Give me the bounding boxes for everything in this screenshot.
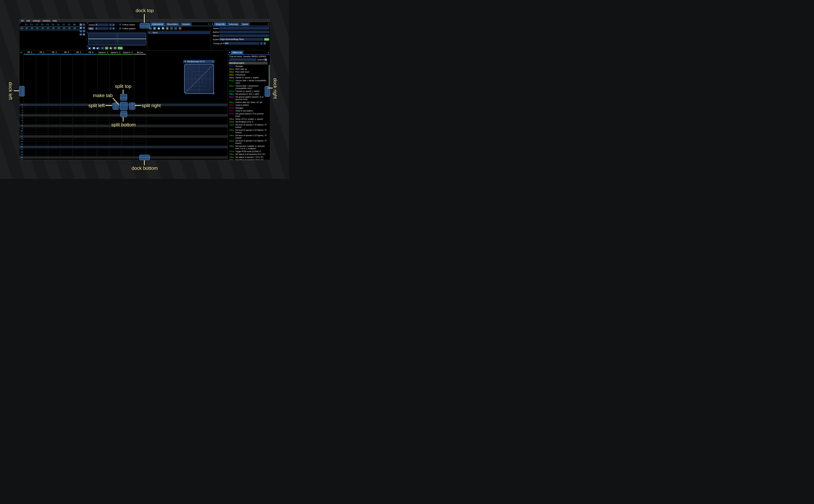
pattern-cell[interactable]: ··········: [122, 135, 134, 138]
octave-plus-button[interactable]: +: [112, 23, 115, 26]
order-change-all-icon[interactable]: [79, 33, 82, 36]
pattern-cell[interactable]: ··········: [109, 156, 122, 159]
order-cell[interactable]: 00: [72, 27, 77, 29]
pattern-cell[interactable]: ··········: [24, 148, 36, 151]
tuning-input[interactable]: 440: [224, 42, 259, 45]
orders-channel-header[interactable]: F1: [24, 23, 29, 26]
pattern-cell[interactable]: ··········: [36, 146, 48, 148]
order-move-down-icon[interactable]: ∨: [79, 30, 82, 32]
pattern-cell[interactable]: ··········: [73, 119, 85, 122]
effect-row-07xy[interactable]: 07xyTremolo (x: speed; y: depth): [229, 90, 268, 93]
menu-item-window[interactable]: window: [43, 20, 50, 22]
effect-row-03xx[interactable]: 03xxPortamento: [229, 74, 268, 76]
effect-row-16xy[interactable]: 16xySet operator multiplier (x: operator…: [229, 145, 268, 150]
orders-channel-header[interactable]: F3: [34, 23, 40, 26]
pattern-cell[interactable]: ··········: [85, 119, 97, 122]
pattern-cell[interactable]: ··········: [73, 146, 85, 148]
pattern-cell[interactable]: ··········: [36, 148, 48, 151]
channel-header-fm-5[interactable]: FM 5: [73, 51, 85, 54]
instrument-move-up-icon[interactable]: ↑: [170, 27, 173, 30]
split-top-target[interactable]: [120, 94, 127, 101]
pattern-cell[interactable]: ··········: [134, 132, 146, 135]
step-input[interactable]: 1: [95, 27, 109, 30]
pattern-cell[interactable]: ··········: [134, 151, 146, 153]
effect-row-11xx[interactable]: 11xxSet feedback (0 to 7): [229, 120, 268, 123]
pattern-cell[interactable]: ··········: [48, 114, 60, 117]
pattern-cell[interactable]: ··········: [97, 117, 109, 119]
pattern-cell[interactable]: ··········: [36, 156, 48, 159]
pattern-cell[interactable]: ··········: [60, 127, 73, 130]
pattern-cell[interactable]: ··········: [97, 109, 109, 111]
pattern-row-13[interactable]: 13······································…: [20, 138, 228, 140]
pattern-cell[interactable]: ··········: [73, 114, 85, 117]
effect-row-00xy[interactable]: 00xyArpeggio: [229, 65, 268, 68]
tab-effect-list[interactable]: Effect List: [231, 51, 243, 54]
close-icon[interactable]: ×: [268, 51, 269, 54]
pattern-cell[interactable]: ··········: [24, 140, 36, 143]
effect-row-13xx[interactable]: 13xxSet level of operator 2 (0 highest, …: [229, 129, 268, 134]
pattern-cell[interactable]: ··········: [60, 109, 73, 111]
pattern-cell[interactable]: ··········: [109, 117, 122, 119]
author-input[interactable]: [219, 31, 269, 33]
pattern-cell[interactable]: ··········: [97, 127, 109, 130]
pattern-cell[interactable]: ··········: [36, 143, 48, 146]
pattern-cell[interactable]: ··········: [134, 119, 146, 122]
pattern-cell[interactable]: ··········: [97, 122, 109, 125]
pattern-cell[interactable]: ··········: [134, 146, 146, 148]
pattern-cell[interactable]: ··········: [36, 122, 48, 125]
pattern-cell[interactable]: ··········: [122, 154, 134, 156]
effect-row-19xx[interactable]: 19xxSet attack of all operators (0 to 1F…: [229, 153, 268, 156]
pattern-cell[interactable]: ··········: [109, 151, 122, 153]
pattern-cell[interactable]: ··········: [60, 119, 73, 122]
step-minus-button[interactable]: -: [109, 27, 112, 30]
system-auto-button[interactable]: Auto: [264, 38, 269, 41]
pattern-cell[interactable]: ··········: [60, 125, 73, 127]
pattern-cell[interactable]: ··········: [73, 148, 85, 151]
tuning-minus-button[interactable]: -: [260, 42, 263, 45]
pattern-cell[interactable]: ··········: [60, 135, 73, 138]
pattern-cell[interactable]: ··········: [73, 151, 85, 153]
pattern-cell[interactable]: ··········: [134, 111, 146, 114]
pattern-cell[interactable]: ··········: [48, 111, 60, 114]
pattern-cell[interactable]: ··········: [48, 135, 60, 138]
effect-row-0Bxx[interactable]: 0BxxJump to pattern: [229, 104, 268, 107]
instrument-move-down-icon[interactable]: ↓: [174, 27, 177, 30]
pattern-cell[interactable]: ··········: [73, 125, 85, 127]
pattern-row-16[interactable]: 16······································…: [20, 146, 228, 148]
panel-collapse-icon[interactable]: ▼: [212, 23, 213, 25]
effect-row-0Cxx[interactable]: 0CxxRetrigger: [229, 107, 268, 110]
pattern-cell[interactable]: ··········: [85, 132, 97, 135]
effect-row-05xy[interactable]: 05xyVolume slide + vibrato (compatibilit…: [229, 79, 268, 85]
channel-header-noise[interactable]: Noise: [134, 51, 146, 54]
pattern-cell[interactable]: ··········: [48, 117, 60, 119]
order-remove-button[interactable]: −: [83, 23, 85, 26]
pattern-cell[interactable]: ··········: [134, 138, 146, 140]
pattern-cell[interactable]: ··········: [97, 140, 109, 143]
pattern-cell[interactable]: ··········: [73, 130, 85, 132]
pattern-row-17[interactable]: 17······································…: [20, 148, 228, 151]
pattern-cell[interactable]: ··········: [73, 117, 85, 119]
pattern-cell[interactable]: ··········: [24, 114, 36, 117]
album-input[interactable]: [219, 34, 269, 37]
pattern-cell[interactable]: ··········: [85, 146, 97, 148]
pattern-cell[interactable]: ··········: [85, 130, 97, 132]
pattern-cell[interactable]: ··········: [85, 159, 97, 160]
pattern-cell[interactable]: ··········: [73, 132, 85, 135]
pattern-row-20[interactable]: 20······································…: [20, 156, 228, 159]
menu-item-edit[interactable]: edit: [26, 20, 30, 22]
pattern-cell[interactable]: ··········: [24, 111, 36, 114]
pattern-cell[interactable]: ··········: [24, 143, 36, 146]
pattern-cell[interactable]: ··········: [24, 146, 36, 148]
pattern-cell[interactable]: ··········: [97, 111, 109, 114]
pattern-cell[interactable]: ··········: [24, 125, 36, 127]
menu-item-help[interactable]: help: [53, 20, 57, 22]
close-icon[interactable]: ×: [212, 60, 213, 63]
pattern-cell[interactable]: ··········: [60, 148, 73, 151]
pattern-cell[interactable]: ··········: [24, 117, 36, 119]
pattern-cell[interactable]: ··········: [109, 119, 122, 122]
orders-selected-row[interactable]: 0000000000000000000000: [20, 26, 80, 30]
pattern-cell[interactable]: ··········: [36, 111, 48, 114]
pattern-cell[interactable]: ··········: [85, 148, 97, 151]
orders-channel-header[interactable]: N0: [72, 23, 77, 26]
pattern-cell[interactable]: ··········: [109, 148, 122, 151]
